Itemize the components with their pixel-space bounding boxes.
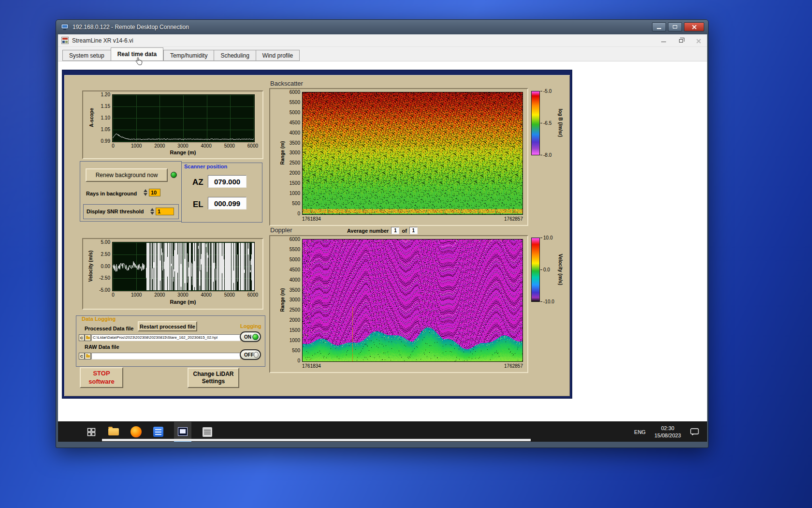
stop-label-line2: software [88,378,114,386]
on-label: ON [244,334,251,340]
rdp-minimize-button[interactable] [652,22,666,31]
editor-app-button[interactable] [152,426,164,438]
tick-label: 5000 [221,143,238,149]
velocity-y-ticks: 5.002.500.00-2.50-5.00 [93,239,110,293]
file-explorer-button[interactable] [107,426,120,438]
tick-label: 3000 [174,143,191,149]
folder-icon [86,337,90,339]
close-icon [692,24,697,30]
ascope-plot-frame: A-scope 1.201.151.101.050.99 01000200030… [82,90,263,159]
rays-spinner[interactable] [144,189,147,196]
elevation-value: 000.099 [208,197,246,209]
tick-label: 0 [105,292,121,298]
rdp-maximize-button[interactable] [668,22,682,31]
tick-label: 5000 [290,110,300,115]
notification-center-icon[interactable] [690,428,699,436]
tick-label: 2500 [290,307,300,313]
average-number-input[interactable]: 1 [391,227,399,234]
velocity-plot-frame: Velocity (m/s) 5.002.500.00-2.50-5.00 01… [82,238,263,310]
processed-logging-toggle[interactable]: ON [240,331,261,342]
scheduler-app-button[interactable] [201,426,214,438]
tick-label: 5000 [221,292,238,298]
raw-path-field[interactable] [91,353,240,359]
raw-logging-toggle[interactable]: OFF [240,349,261,360]
rdp-titlebar[interactable]: 192.168.0.122 - Remote Desktop Connectio… [56,20,708,34]
processed-browse-button[interactable] [85,334,91,341]
tick-label: 1.20 [101,92,110,97]
doppler-colorbar: 10.00.0-10.0 Velocity (m/s) [531,238,573,308]
tick-label: 0 [297,358,300,363]
tick-label: 1.05 [101,127,110,132]
scheduler-app-icon [203,427,212,437]
rdp-icon [61,24,69,30]
backscatter-colorbar-ticks: -5.0-6.5-8.0 [543,89,551,158]
doppler-colorbar-label: Velocity (m/s) [558,254,563,285]
app-close-button[interactable] [690,34,707,47]
tick-label: -8.0 [543,152,551,158]
change-lidar-settings-button[interactable]: Change LiDAR Settings [188,368,239,388]
start-button[interactable] [85,426,98,438]
tick-label: 5000 [290,257,300,262]
tick-label: 4500 [290,267,300,272]
snr-spinner[interactable] [150,208,154,215]
stop-software-button[interactable]: STOP software [80,367,123,388]
tab-scheduling[interactable]: Scheduling [214,50,255,61]
taskbar-clock[interactable]: 02:30 15/08/2023 [654,425,681,439]
language-indicator[interactable]: ENG [634,429,646,435]
tab-wind-profile[interactable]: Wind profile [256,50,300,61]
change-settings-line2: Settings [202,378,225,385]
snr-threshold-label: Display SNR threshold [87,209,144,214]
raw-browse-button[interactable] [85,353,91,359]
ascope-x-ticks: 0100020003000400050006000 [105,143,261,149]
data-logging-title: Data Logging [82,316,116,322]
doppler-colorbar-gradient [531,238,540,302]
renew-background-button[interactable]: Renew background now [86,168,168,182]
processed-path-field[interactable]: C:\Lidar\Data\Proc\2023\202308\20230815\… [91,334,240,341]
app-minimize-button[interactable] [655,34,672,47]
processed-data-file-label: Processed Data file [85,326,134,331]
scanner-position-title: Scanner position [184,164,227,169]
tick-label: 1500 [290,328,300,333]
app-window-controls [655,34,707,47]
doppler-x-end: 1762857 [504,363,523,369]
windows-start-icon [87,428,96,436]
doppler-plot-frame: Range (m) 600055005000450040003500300025… [269,235,528,373]
tick-label: 2000 [290,170,300,176]
tick-label: 3000 [290,297,300,302]
average-total-input[interactable]: 1 [409,227,418,234]
folder-icon [86,355,90,358]
backscatter-plot-frame: Range (m) 600055005000450040003500300025… [269,88,528,226]
app-restore-button[interactable] [672,34,690,47]
tick-label: 0.0 [543,267,554,272]
tick-label: 1000 [128,143,145,149]
backscatter-heatmap [302,92,523,215]
tick-label: 6000 [245,143,261,149]
restart-processed-file-label: Restart processed file [140,324,195,329]
tick-label: 4000 [198,292,215,298]
rays-value-input[interactable]: 10 [149,189,160,196]
azimuth-value: 079.000 [208,175,246,188]
snr-value-input[interactable]: 1 [156,208,174,215]
renew-background-label: Renew background now [96,172,158,179]
snr-threshold-group: Display SNR threshold 1 [83,204,179,219]
background-controls-group: Renew background now Rays in background … [80,161,182,222]
firefox-button[interactable] [130,426,142,438]
tab-temp-humidity[interactable]: Temp/humidity [163,50,214,61]
tick-label: 5500 [290,100,300,105]
cursor-hand-icon [135,57,143,65]
tick-label: 2000 [151,292,168,298]
backscatter-heatmap-canvas [303,92,522,214]
logging-label: Logging [240,323,261,329]
backscatter-y-ticks: 6000550050004500400035003000250020001500… [284,90,300,216]
tick-label: 1000 [290,338,300,343]
raw-drive-selector[interactable]: C [79,353,85,359]
rdp-close-button[interactable] [684,22,704,31]
raw-data-file-label: RAW Data file [85,344,119,350]
processed-drive-selector[interactable]: C [79,334,85,341]
app-titlebar[interactable]: StreamLine XR v14-6.vi [58,34,707,47]
velocity-x-ticks: 0100020003000400050006000 [105,292,261,298]
tab-system-setup[interactable]: System setup [62,50,111,61]
rdp-window-controls [652,22,704,31]
restart-processed-file-button[interactable]: Restart processed file [138,321,197,331]
close-icon [696,38,701,44]
